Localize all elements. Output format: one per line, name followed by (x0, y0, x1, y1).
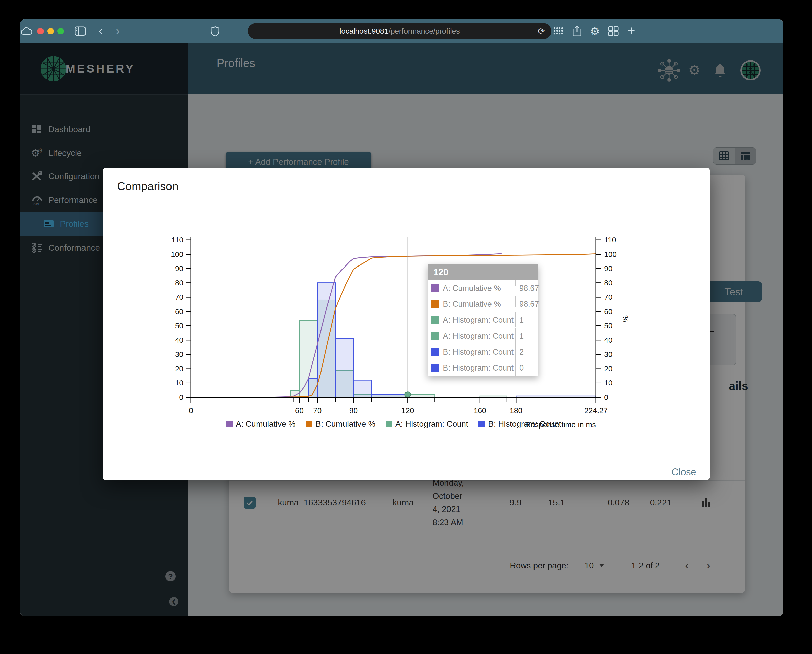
svg-text:50: 50 (175, 321, 183, 330)
tooltip-row: A: Cumulative %98.67 (428, 280, 538, 296)
url-host: localhost:9081 (339, 27, 388, 35)
window-minimize-button[interactable] (47, 28, 54, 34)
svg-text:70: 70 (313, 406, 322, 414)
tooltip-value: 1 (515, 312, 538, 328)
legend-swatch (226, 421, 233, 428)
close-button[interactable]: Close (672, 467, 696, 478)
svg-text:10: 10 (175, 379, 183, 387)
comparison-chart: 0010102020303040405050606070708080909010… (103, 168, 710, 480)
svg-text:30: 30 (175, 350, 183, 358)
svg-text:60: 60 (604, 307, 612, 316)
svg-text:60: 60 (175, 307, 183, 316)
svg-text:110: 110 (604, 235, 616, 244)
tooltip-swatch (431, 364, 439, 372)
svg-text:0: 0 (604, 393, 608, 402)
tooltip-label: B: Histogram: Count (443, 364, 515, 373)
legend-swatch (478, 421, 485, 428)
tooltip-swatch (431, 284, 439, 292)
browser-window: ‹ › localhost:9081/performance/profiles … (20, 19, 783, 616)
svg-text:%: % (621, 315, 630, 322)
svg-text:100: 100 (171, 250, 183, 258)
tooltip-value: 2 (515, 344, 538, 360)
legend-label: A: Cumulative % (236, 419, 296, 429)
sidebar-toggle-icon[interactable] (75, 26, 86, 36)
tooltip-row: B: Histogram: Count2 (428, 344, 538, 360)
window-zoom-button[interactable] (57, 28, 64, 34)
svg-text:90: 90 (175, 264, 183, 273)
svg-text:70: 70 (175, 293, 183, 301)
tooltip-label: B: Histogram: Count (443, 347, 515, 357)
shield-icon[interactable] (211, 26, 220, 37)
svg-text:70: 70 (604, 293, 612, 301)
svg-text:90: 90 (604, 264, 612, 273)
svg-text:50: 50 (604, 321, 612, 330)
tooltip-value: 98.67 (515, 280, 538, 296)
tooltip-row: B: Cumulative %98.67 (428, 296, 538, 312)
tooltip-title: 120 (428, 264, 538, 280)
legend-label: A: Histogram: Count (395, 419, 468, 429)
tooltip-swatch (431, 316, 439, 324)
svg-text:40: 40 (175, 336, 183, 344)
settings-gear-icon[interactable]: ⚙ (590, 25, 600, 38)
back-icon[interactable]: ‹ (99, 24, 102, 37)
tooltip-label: A: Histogram: Count (443, 316, 515, 325)
svg-text:20: 20 (175, 364, 183, 373)
tooltip-value: 0 (515, 360, 538, 376)
legend-label: B: Cumulative % (316, 419, 375, 429)
svg-text:100: 100 (604, 250, 617, 258)
chart-legend: A: Cumulative %B: Cumulative %A: Histogr… (191, 419, 596, 429)
legend-swatch (386, 421, 392, 428)
share-icon[interactable] (572, 25, 582, 37)
svg-text:40: 40 (604, 336, 612, 344)
comparison-dialog: Comparison 00101020203030404050506060707… (103, 168, 710, 480)
reload-icon[interactable]: ⟳ (538, 26, 545, 36)
svg-text:180: 180 (510, 406, 522, 414)
legend-item[interactable]: B: Histogram: Count (478, 419, 561, 429)
tooltip-label: A: Histogram: Count (443, 332, 515, 341)
app-grid-icon[interactable] (553, 27, 564, 36)
svg-text:80: 80 (175, 279, 183, 287)
legend-item[interactable]: A: Histogram: Count (386, 419, 468, 429)
tooltip-label: B: Cumulative % (443, 299, 515, 309)
chart-tooltip: 120 A: Cumulative %98.67B: Cumulative %9… (427, 264, 538, 376)
legend-label: B: Histogram: Count (488, 419, 561, 429)
tooltip-label: A: Cumulative % (443, 284, 515, 293)
svg-text:90: 90 (350, 406, 358, 414)
browser-toolbar: ‹ › localhost:9081/performance/profiles … (20, 19, 783, 43)
cloud-icon[interactable] (20, 27, 33, 36)
legend-item[interactable]: B: Cumulative % (305, 419, 375, 429)
tooltip-swatch (431, 300, 439, 308)
screenshot-frame: ‹ › localhost:9081/performance/profiles … (0, 0, 812, 654)
svg-text:110: 110 (171, 235, 183, 244)
svg-text:20: 20 (604, 364, 612, 373)
tooltip-row: B: Histogram: Count0 (428, 360, 538, 376)
svg-text:0: 0 (189, 406, 193, 414)
svg-text:10: 10 (604, 379, 612, 387)
tooltip-swatch (431, 332, 439, 340)
svg-text:80: 80 (604, 279, 612, 287)
window-close-button[interactable] (37, 28, 44, 34)
svg-text:120: 120 (401, 406, 414, 414)
tooltip-value: 1 (515, 328, 538, 344)
legend-item[interactable]: A: Cumulative % (226, 419, 296, 429)
new-tab-icon[interactable]: + (627, 23, 635, 38)
url-path: /performance/profiles (389, 27, 460, 35)
svg-text:0: 0 (179, 393, 183, 402)
svg-text:60: 60 (295, 406, 304, 414)
tooltip-row: A: Histogram: Count1 (428, 328, 538, 344)
forward-icon[interactable]: › (116, 24, 120, 37)
url-bar[interactable]: localhost:9081/performance/profiles ⟳ (248, 23, 551, 39)
tooltip-swatch (431, 348, 439, 356)
svg-text:160: 160 (473, 406, 486, 414)
legend-swatch (305, 421, 312, 428)
tooltip-row: A: Histogram: Count1 (428, 312, 538, 328)
tab-overview-icon[interactable] (608, 26, 619, 36)
svg-text:224.27: 224.27 (585, 406, 607, 414)
tooltip-value: 98.67 (515, 296, 538, 312)
svg-text:30: 30 (604, 350, 612, 358)
